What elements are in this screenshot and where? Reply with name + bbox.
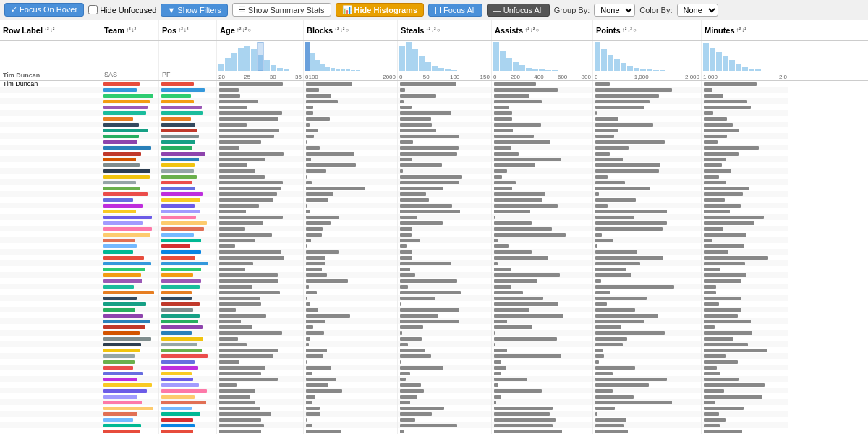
list-item[interactable] [0, 168, 101, 174]
list-item[interactable] [0, 393, 101, 399]
list-item[interactable] [0, 365, 101, 370]
sort-asc-blocks[interactable]: ↑² [334, 27, 339, 33]
list-item[interactable] [0, 203, 101, 208]
list-item[interactable] [0, 388, 101, 393]
unfocus-all-button[interactable]: — Unfocus All [487, 4, 550, 17]
list-item[interactable] [0, 191, 101, 197]
list-item[interactable] [0, 272, 101, 278]
list-item[interactable] [0, 260, 101, 266]
list-item[interactable] [0, 411, 101, 417]
list-item[interactable] [0, 330, 101, 336]
show-filters-button[interactable]: ▼ Show Filters [161, 4, 227, 17]
filter-steals[interactable]: ○ [437, 27, 441, 33]
list-item[interactable] [0, 376, 101, 382]
list-item[interactable] [0, 208, 101, 214]
sort-desc-assists[interactable]: ↓² [530, 27, 535, 33]
list-item[interactable] [0, 324, 101, 330]
list-item[interactable] [0, 122, 101, 127]
sort-desc-minutes[interactable]: ↓² [741, 27, 746, 33]
color-by-select[interactable]: None [677, 4, 718, 17]
list-item[interactable] [0, 399, 101, 405]
list-item[interactable] [0, 133, 101, 139]
list-item[interactable] [0, 139, 101, 145]
list-item [304, 312, 397, 318]
list-item[interactable] [0, 405, 101, 411]
list-item[interactable] [0, 249, 101, 255]
list-item[interactable] [0, 353, 101, 359]
list-item[interactable] [0, 156, 101, 162]
list-item[interactable] [0, 174, 101, 179]
list-item [304, 411, 397, 417]
list-item[interactable] [0, 145, 101, 150]
list-item[interactable] [0, 266, 101, 272]
group-by-select[interactable]: None [594, 4, 635, 17]
sort-asc-age[interactable]: ↑² [237, 27, 242, 33]
list-item[interactable] [0, 428, 101, 434]
list-item[interactable] [0, 289, 101, 295]
sort-asc-steals[interactable]: ↑² [425, 27, 430, 33]
list-item[interactable] [0, 284, 101, 289]
list-item[interactable] [0, 243, 101, 249]
sort-desc-row-label[interactable]: ↓² [50, 27, 55, 33]
focus-all-button[interactable]: | I Focus All [428, 4, 482, 17]
sort-asc-team[interactable]: ↑² [126, 27, 131, 33]
list-item[interactable] [0, 237, 101, 243]
list-item[interactable] [0, 220, 101, 226]
list-item[interactable] [0, 226, 101, 231]
filter-points[interactable]: ○ [633, 27, 637, 33]
list-item[interactable] [0, 110, 101, 116]
list-item[interactable] [0, 127, 101, 133]
list-item[interactable] [0, 93, 101, 98]
list-item[interactable] [0, 150, 101, 156]
hide-unfocused-label[interactable]: Hide Unfocused [88, 5, 156, 14]
list-item[interactable] [0, 341, 101, 347]
list-item [593, 162, 701, 168]
focus-on-hover-button[interactable]: ✓ Focus On Hover [4, 3, 84, 17]
list-item[interactable] [0, 255, 101, 260]
sort-desc-blocks[interactable]: ↓² [340, 27, 345, 33]
list-item[interactable] [0, 278, 101, 284]
sort-desc-age[interactable]: ↓² [242, 27, 247, 33]
filter-blocks[interactable]: ○ [345, 27, 349, 33]
list-item[interactable] [0, 382, 101, 388]
list-item[interactable] [0, 231, 101, 237]
sort-desc-points[interactable]: ↓² [627, 27, 632, 33]
list-item[interactable] [0, 359, 101, 365]
list-item[interactable] [0, 312, 101, 318]
list-item[interactable] [0, 422, 101, 428]
list-item[interactable] [0, 197, 101, 203]
list-item[interactable] [0, 162, 101, 168]
list-item[interactable] [0, 307, 101, 312]
list-item[interactable] [0, 98, 101, 104]
list-item[interactable] [0, 87, 101, 93]
sort-desc-steals[interactable]: ↓² [431, 27, 436, 33]
list-item[interactable] [0, 347, 101, 353]
filter-assists[interactable]: ○ [535, 27, 539, 33]
list-item[interactable] [0, 318, 101, 324]
list-item [702, 87, 788, 93]
list-item [593, 359, 701, 365]
list-item[interactable] [0, 370, 101, 376]
list-item[interactable] [0, 295, 101, 301]
hide-histograms-button[interactable]: 📊 Hide Histograms [336, 3, 424, 17]
sort-asc-row-label[interactable]: ↑² [44, 27, 49, 33]
sort-desc-team[interactable]: ↓² [132, 27, 137, 33]
list-item[interactable] [0, 336, 101, 341]
filter-age[interactable]: ○ [247, 27, 251, 33]
list-item[interactable] [0, 214, 101, 220]
list-item [398, 417, 491, 422]
list-item[interactable] [0, 185, 101, 191]
list-item[interactable]: Tim Duncan [0, 81, 101, 87]
show-summary-button[interactable]: ☰ Show Summary Stats [232, 3, 331, 17]
list-item[interactable] [0, 116, 101, 122]
list-item[interactable] [0, 179, 101, 185]
list-item[interactable] [0, 417, 101, 422]
list-item[interactable] [0, 104, 101, 110]
sort-asc-minutes[interactable]: ↑² [736, 27, 741, 33]
sort-asc-assists[interactable]: ↑² [524, 27, 529, 33]
hide-unfocused-checkbox[interactable] [88, 5, 98, 14]
sort-asc-pos[interactable]: ↑² [178, 27, 183, 33]
sort-desc-pos[interactable]: ↓² [184, 27, 189, 33]
sort-asc-points[interactable]: ↑² [622, 27, 627, 33]
list-item[interactable] [0, 301, 101, 307]
